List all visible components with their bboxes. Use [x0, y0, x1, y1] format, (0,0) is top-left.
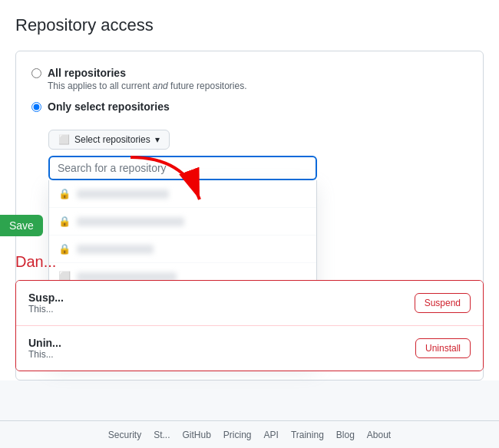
blurred-bar-2: [77, 217, 184, 226]
danger-suspend-row: Susp... This... Suspend: [16, 281, 483, 326]
footer-link-training[interactable]: Training: [291, 430, 324, 440]
select-repos-radio[interactable]: [31, 102, 41, 112]
danger-uninstall-desc: This...: [28, 349, 61, 360]
footer-link-security[interactable]: Security: [108, 430, 141, 440]
repo-icon: ⬜: [58, 134, 70, 145]
danger-uninstall-label: Unin...: [28, 337, 61, 349]
all-repos-desc: This applies to all current and future r…: [48, 81, 246, 91]
select-repos-button[interactable]: ⬜ Select repositories ▾: [48, 130, 170, 150]
lock-icon-1: 🔒: [58, 188, 71, 199]
chevron-down-icon: ▾: [155, 134, 160, 145]
select-repos-label[interactable]: Only select repositories: [48, 100, 170, 113]
footer-link-blog[interactable]: Blog: [336, 430, 355, 440]
danger-title: Dan...: [15, 253, 484, 271]
danger-box: Susp... This... Suspend Unin... This...: [15, 280, 484, 371]
lock-icon-2: 🔒: [58, 216, 71, 227]
select-repos-btn-label: Select repositories: [74, 134, 150, 145]
all-repos-label[interactable]: All repositories: [48, 67, 126, 79]
save-button[interactable]: Save: [0, 215, 43, 236]
footer-link-pricing[interactable]: Pricing: [223, 430, 252, 440]
select-repos-radio-row[interactable]: Only select repositories: [31, 100, 468, 113]
blurred-row-2: 🔒: [49, 208, 316, 236]
footer-link-github[interactable]: GitHub: [183, 430, 211, 440]
blurred-bar-3: [77, 245, 154, 254]
footer-link-status[interactable]: St...: [154, 430, 170, 440]
danger-suspend-info: Susp... This...: [28, 292, 64, 315]
all-repos-option: All repositories This applies to all cur…: [31, 67, 468, 91]
danger-suspend-desc: This...: [28, 304, 64, 315]
danger-uninstall-row: Unin... This... Uninstall: [16, 326, 483, 371]
page-container: Repository access All repositories This …: [0, 0, 499, 448]
danger-zone: Dan... Susp... This... Suspend Unin...: [15, 253, 484, 371]
search-input[interactable]: [48, 156, 317, 180]
footer-link-api[interactable]: API: [264, 430, 279, 440]
footer: Security St... GitHub Pricing API Traini…: [0, 420, 499, 448]
page-title: Repository access: [15, 15, 484, 35]
blurred-bar-1: [77, 189, 169, 199]
all-repos-radio[interactable]: [31, 68, 41, 78]
blurred-row-1: 🔒: [49, 180, 316, 208]
uninstall-button[interactable]: Uninstall: [415, 338, 471, 358]
suspend-button[interactable]: Suspend: [415, 293, 471, 313]
all-repos-radio-row[interactable]: All repositories This applies to all cur…: [31, 67, 468, 91]
danger-suspend-label: Susp...: [28, 292, 64, 304]
all-repos-label-group: All repositories This applies to all cur…: [48, 67, 246, 91]
select-repos-option: Only select repositories: [31, 100, 468, 113]
footer-link-about[interactable]: About: [367, 430, 391, 440]
danger-uninstall-info: Unin... This...: [28, 337, 61, 360]
